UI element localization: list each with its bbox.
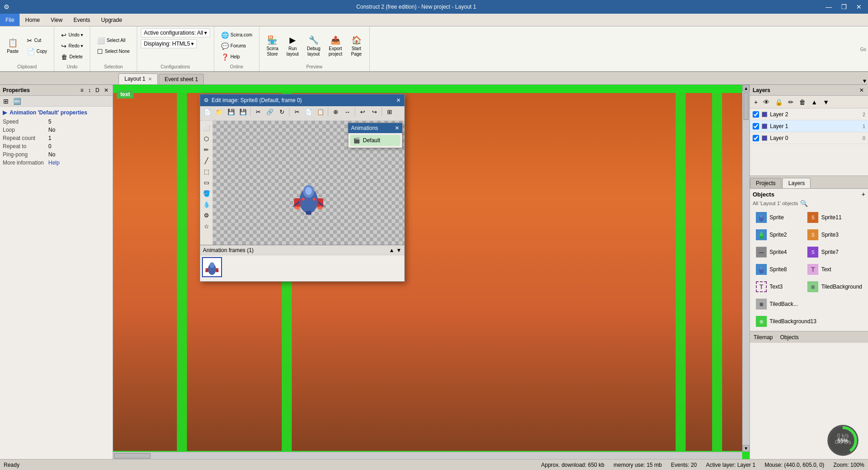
- img-rotate-button[interactable]: ↻: [276, 106, 287, 117]
- img-cut-button[interactable]: ✂: [291, 106, 302, 117]
- help-button[interactable]: ❓ Help: [218, 52, 256, 62]
- maximize-button[interactable]: ❐: [838, 2, 850, 11]
- tool-select-rect[interactable]: ⬜: [202, 123, 212, 133]
- export-project-button[interactable]: 📤 Exportproject: [326, 33, 346, 59]
- tabs-dropdown[interactable]: ▾: [863, 77, 866, 84]
- tool-gear[interactable]: ⚙: [202, 210, 212, 220]
- menu-home[interactable]: Home: [20, 14, 45, 26]
- tool-star[interactable]: ☆: [202, 221, 212, 231]
- down-layer-button[interactable]: ▼: [821, 97, 832, 107]
- active-config-dropdown[interactable]: Active configurations: All ▾: [141, 28, 210, 37]
- layers-pin-icon[interactable]: ✕: [858, 87, 865, 94]
- frames-scroll-up[interactable]: ▲: [389, 247, 394, 253]
- object-tiledbackground[interactable]: ⊞ TiledBackground: [804, 279, 865, 294]
- object-sprite8[interactable]: Sprite8: [753, 262, 802, 277]
- img-open-button[interactable]: 📁: [214, 106, 225, 117]
- object-sprite11[interactable]: S Sprite11: [804, 210, 865, 225]
- scirra-com-button[interactable]: 🌐 Scirra.com: [218, 30, 256, 40]
- properties-list-icon[interactable]: ⊞: [2, 97, 10, 105]
- object-text3[interactable]: T Text3: [753, 279, 802, 294]
- img-link-button[interactable]: 🔗: [264, 106, 275, 117]
- img-move-button[interactable]: ↔: [342, 106, 353, 117]
- object-sprite2[interactable]: Sprite2: [753, 227, 802, 243]
- add-layer-button[interactable]: +: [752, 97, 760, 107]
- frame-0[interactable]: [202, 257, 222, 277]
- img-save-button[interactable]: 💾: [226, 106, 237, 117]
- tool-line[interactable]: ╱: [202, 155, 212, 165]
- img-saveas-button[interactable]: 💾: [238, 106, 248, 117]
- canvas-scrollbar-v[interactable]: ▲ ▼: [742, 85, 749, 452]
- layer-0-checkbox[interactable]: [753, 135, 759, 141]
- img-select-button[interactable]: ⊕: [330, 106, 341, 117]
- displaying-dropdown[interactable]: Displaying: HTML5 ▾: [141, 39, 197, 48]
- tab-projects[interactable]: Projects: [750, 178, 781, 188]
- menu-file[interactable]: File: [0, 14, 20, 26]
- properties-pin-icon[interactable]: ✕: [103, 87, 110, 94]
- up-layer-button[interactable]: ▲: [809, 97, 820, 107]
- objects-tab-bottom[interactable]: Objects: [780, 334, 799, 341]
- animations-close[interactable]: ✕: [395, 125, 399, 131]
- help-link[interactable]: Help: [48, 160, 60, 166]
- scroll-up-arrow[interactable]: ▲: [743, 85, 749, 92]
- tab-layout1[interactable]: Layout 1 ✕: [119, 73, 158, 84]
- object-text[interactable]: T Text: [804, 262, 865, 277]
- properties-close-icon[interactable]: D: [94, 87, 101, 94]
- object-sprite4[interactable]: — Sprite4: [753, 244, 802, 260]
- eye-layer-button[interactable]: 👁: [761, 97, 772, 107]
- minimize-button[interactable]: —: [823, 2, 835, 11]
- layer-1-checkbox[interactable]: [753, 123, 759, 129]
- scroll-thumb-v[interactable]: [744, 93, 749, 120]
- tilemap-tab[interactable]: Tilemap: [754, 334, 773, 341]
- run-layout-button[interactable]: ▶ Runlayout: [284, 33, 302, 59]
- tab-eventsheet1[interactable]: Event sheet 1: [159, 74, 204, 84]
- scroll-thumb-h[interactable]: [114, 453, 150, 459]
- debug-layout-button[interactable]: 🔧 Debuglayout: [304, 33, 323, 59]
- menu-upgrade[interactable]: Upgrade: [96, 14, 128, 26]
- delete-layer-button[interactable]: 🗑: [797, 97, 808, 107]
- img-copy-button[interactable]: 📄: [303, 106, 314, 117]
- paste-button[interactable]: 📋 Paste: [4, 36, 22, 57]
- layer-item-2[interactable]: Layer 2 2: [750, 108, 868, 120]
- properties-sort-icon[interactable]: ↕: [87, 87, 92, 94]
- properties-sort-az-icon[interactable]: 🔤: [12, 97, 22, 105]
- tool-eraser[interactable]: ⬚: [202, 166, 212, 176]
- layer-item-0[interactable]: Layer 0 0: [750, 132, 868, 144]
- tool-rect-draw[interactable]: ▭: [202, 177, 212, 187]
- object-sprite[interactable]: Sprite: [753, 210, 802, 225]
- object-sprite7[interactable]: S Sprite7: [804, 244, 865, 260]
- redo-button[interactable]: ↪ Redo ▾: [58, 41, 86, 51]
- tab-layers-bottom[interactable]: Layers: [782, 178, 811, 188]
- close-button[interactable]: ✕: [853, 2, 864, 11]
- objects-search-button[interactable]: 🔍: [800, 200, 808, 207]
- scroll-down-arrow[interactable]: ▼: [743, 445, 749, 452]
- start-page-button[interactable]: 🏠 StartPage: [347, 33, 366, 59]
- layer-2-checkbox[interactable]: [753, 111, 759, 118]
- object-tiledbg13[interactable]: ⊞ TiledBackground13: [753, 314, 865, 329]
- layer-item-1[interactable]: Layer 1 1: [750, 120, 868, 132]
- tool-fill[interactable]: 🪣: [202, 188, 212, 198]
- lock-layer-button[interactable]: 🔒: [773, 97, 785, 107]
- close-layout1-tab[interactable]: ✕: [148, 77, 152, 82]
- img-undo-button[interactable]: ↩: [357, 106, 368, 117]
- img-redo-button[interactable]: ↪: [369, 106, 380, 117]
- select-none-button[interactable]: ☐ Select None: [94, 46, 133, 57]
- add-object-button[interactable]: +: [862, 191, 865, 198]
- copy-button[interactable]: 📄 Copy: [24, 46, 50, 57]
- properties-list-view-icon[interactable]: ≡: [79, 87, 85, 94]
- img-crop-button[interactable]: ✂: [253, 106, 264, 117]
- image-editor-close[interactable]: ✕: [396, 97, 401, 103]
- scirra-store-button[interactable]: 🏪 ScirraStore: [263, 33, 281, 59]
- tool-picker[interactable]: 💧: [202, 199, 212, 209]
- object-sprite3[interactable]: S Sprite3: [804, 227, 865, 243]
- frames-scroll-down[interactable]: ▼: [396, 247, 402, 253]
- menu-events[interactable]: Events: [68, 14, 96, 26]
- img-transform-button[interactable]: ⊞: [384, 106, 395, 117]
- menu-view[interactable]: View: [45, 14, 68, 26]
- select-all-button[interactable]: ⬜ Select All: [94, 36, 133, 46]
- delete-button[interactable]: 🗑 Delete: [58, 52, 86, 62]
- object-tiledback2[interactable]: ⊞ TiledBack...: [753, 296, 802, 312]
- forums-button[interactable]: 💬 Forums: [218, 41, 256, 51]
- img-new-button[interactable]: 📄: [202, 106, 213, 117]
- tool-pen[interactable]: ✏: [202, 145, 212, 155]
- canvas-scrollbar-h[interactable]: [113, 452, 742, 459]
